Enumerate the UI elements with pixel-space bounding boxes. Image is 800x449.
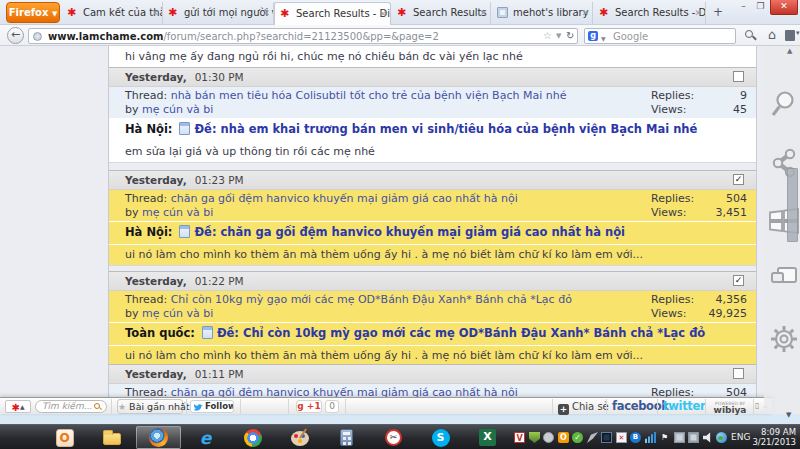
- back-button[interactable]: ←: [7, 27, 24, 44]
- toolbar-logo-button[interactable]: ✱▲: [5, 400, 31, 413]
- scroll-up-arrow[interactable]: ▲: [787, 47, 792, 55]
- tray-mail-error-icon[interactable]: ✕: [616, 432, 627, 443]
- select-thread-checkbox[interactable]: [733, 275, 744, 286]
- taskbar-chrome-button[interactable]: [230, 426, 275, 449]
- taskbar-excel-button[interactable]: X: [465, 426, 510, 449]
- select-thread-checkbox[interactable]: [733, 71, 744, 82]
- taskbar-paint-button[interactable]: [277, 426, 322, 449]
- facebook-button[interactable]: facebook: [612, 399, 669, 414]
- tray-display-icon[interactable]: [674, 432, 685, 443]
- twitter-button[interactable]: twitter: [663, 399, 705, 414]
- tray-antivirus-icon[interactable]: V: [514, 432, 525, 443]
- home-icon[interactable]: ⌂: [768, 27, 776, 42]
- author-link[interactable]: mẹ cún và bi: [142, 206, 213, 219]
- wibiya-branding[interactable]: POWERED BY wibiya: [708, 399, 752, 415]
- views-count: 45: [703, 103, 747, 117]
- post-title-row: Hà Nội:Đề: nhà em khai trương bán men vi…: [109, 118, 756, 141]
- select-thread-checkbox[interactable]: [733, 368, 744, 379]
- post-title-link[interactable]: Đề: chăn ga gối đệm hanvico khuyến mại g…: [194, 225, 625, 239]
- share-button[interactable]: +Chia sẻ: [558, 400, 609, 413]
- url-dropdown-icon[interactable]: ▼: [556, 28, 561, 44]
- charm-devices-icon[interactable]: [767, 265, 800, 295]
- tab-cam-ket[interactable]: ✱ Cam kết của thành viên ✕: [62, 2, 163, 25]
- charm-search-icon[interactable]: [767, 89, 800, 125]
- post-title-link[interactable]: Đề: nhà em khai trương bán men vi sinh/t…: [194, 122, 697, 136]
- search-magnifier-icon[interactable]: [745, 30, 757, 42]
- site-globe-icon: [33, 32, 42, 41]
- toolbar-search-magnifier-icon[interactable]: [94, 403, 100, 409]
- post-snippet: hi vâng mẹ ấy đang ngủ rồi hi, chúc mẹ n…: [109, 46, 756, 67]
- paint-palette-icon: [291, 431, 309, 446]
- tray-status-circle-icon[interactable]: [543, 432, 554, 443]
- search-result-section: Yesterday,01:22 PM Thread: Chỉ còn 10kg …: [109, 271, 756, 364]
- bookmark-star-icon[interactable]: ☆: [543, 28, 552, 44]
- browser-tab-bar: Firefox ▼ ✱ Cam kết của thành viên ✕ ✱ g…: [0, 0, 800, 25]
- thread-stats: Replies:9 Views:45: [651, 89, 747, 117]
- charm-settings-gear-icon[interactable]: [767, 324, 800, 358]
- tab-mehots-library[interactable]: mehot's library ✕: [492, 2, 593, 25]
- window-maximize-button[interactable]: ❐: [753, 0, 768, 13]
- post-snippet: ui nó làm cho mình ko thèm ăn mà thèm uố…: [109, 345, 756, 364]
- wibiya-toolbar: ✱▲ Tìm kiếm... ★ Bài gần nhất Follow @ g…: [0, 397, 772, 414]
- google-plus-one-button[interactable]: g +1: [296, 400, 322, 413]
- new-tab-button[interactable]: +: [709, 5, 727, 21]
- author-link[interactable]: mẹ cún và bi: [142, 307, 213, 320]
- window-close-button[interactable]: ✕: [770, 0, 798, 15]
- status-strip: [0, 414, 800, 424]
- tray-office-icon[interactable]: O: [558, 432, 569, 443]
- replies-count: 9: [703, 89, 747, 103]
- tray-feather-icon[interactable]: [587, 432, 598, 443]
- thread-link[interactable]: nhà bán men tiêu hóa Colisubtil tốt cho …: [171, 89, 567, 102]
- tray-volume-icon[interactable]: [703, 432, 714, 443]
- tray-signal-bars-icon[interactable]: [645, 432, 656, 443]
- tray-shield-icon[interactable]: [529, 432, 540, 443]
- tab-close-icon[interactable]: ✕: [581, 2, 589, 24]
- post-title-link[interactable]: Đề: Chỉ còn 10kg mỳ gạo mới các mẹ OD*Bá…: [217, 326, 705, 340]
- taskbar-skype-button[interactable]: S: [418, 426, 463, 449]
- tab-close-icon[interactable]: ✕: [379, 3, 387, 25]
- internet-explorer-icon: e: [200, 428, 212, 448]
- taskbar-file-explorer-button[interactable]: [89, 426, 134, 449]
- tab-close-icon[interactable]: ✕: [151, 2, 159, 24]
- thread-link[interactable]: Chỉ còn 10kg mỳ gạo mới các mẹ OD*Bánh Đ…: [171, 293, 572, 306]
- tray-display-share-icon[interactable]: [688, 432, 699, 443]
- search-engine-dropdown-icon[interactable]: ▼: [601, 32, 606, 45]
- reload-icon[interactable]: ↻: [566, 28, 574, 44]
- tab-search-results-2[interactable]: ✱ Search Results - Diễn đàn... ✕: [392, 2, 491, 25]
- scrollbar-thumb[interactable]: [787, 168, 798, 242]
- firefox-menu-button[interactable]: Firefox ▼: [6, 2, 60, 23]
- search-bar[interactable]: g ▼ Google: [584, 28, 736, 44]
- author-link[interactable]: mẹ cún và bi: [142, 103, 213, 116]
- tray-display-dark-icon[interactable]: [601, 432, 612, 443]
- section-divider: [109, 162, 756, 170]
- scroll-down-arrow[interactable]: ▼: [786, 411, 791, 419]
- tab-close-icon[interactable]: ✕: [262, 2, 270, 24]
- tray-action-center-flag-icon[interactable]: ⚑: [659, 432, 670, 443]
- bookmarks-panel-icon[interactable]: [785, 30, 795, 41]
- tray-update-check-icon[interactable]: ✓: [572, 432, 583, 443]
- tray-network-icon[interactable]: [716, 432, 727, 443]
- clock-date: 3/21/2013: [748, 438, 796, 448]
- toolbar-divider: [240, 399, 241, 414]
- taskbar-clock[interactable]: 8:09 AM 3/21/2013: [748, 428, 796, 447]
- tab-search-results-active[interactable]: ✱ Search Results - Diễn đàn... ✕: [274, 2, 391, 26]
- location-prefix: Hà Nội:: [125, 122, 172, 136]
- taskbar-snipping-tool-button[interactable]: ✂: [371, 426, 416, 449]
- toolbar-divider: [186, 399, 187, 414]
- tray-bluetooth-icon[interactable]: B: [630, 432, 641, 443]
- taskbar-calculator-button[interactable]: [324, 426, 369, 449]
- thread-link[interactable]: chăn ga gối đệm hanvico khuyến mại giảm …: [171, 192, 518, 205]
- address-bar[interactable]: www.lamchame.com/forum/search.php?search…: [28, 28, 578, 44]
- select-thread-checkbox[interactable]: [733, 174, 744, 185]
- tab-search-results-3[interactable]: ✱ Search Results - Diễn đàn... ✕: [594, 2, 706, 25]
- window-minimize-button[interactable]: –: [736, 0, 751, 13]
- tab-close-icon[interactable]: ✕: [479, 2, 487, 24]
- taskbar-internet-explorer-button[interactable]: e: [183, 426, 228, 449]
- taskbar-outlook-button[interactable]: O: [42, 426, 87, 449]
- taskbar-firefox-button-active[interactable]: [136, 426, 181, 449]
- tab-gui-toi[interactable]: ✱ gửi tới mọi người và BQT... ✕: [163, 2, 274, 25]
- twitter-follow-button[interactable]: Follow @: [190, 400, 234, 413]
- recent-posts-button[interactable]: ★ Bài gần nhất: [117, 399, 183, 414]
- post-snippet: ui nó làm cho mình ko thèm ăn mà thèm uố…: [109, 244, 756, 265]
- tab-close-icon[interactable]: ✕: [694, 2, 702, 24]
